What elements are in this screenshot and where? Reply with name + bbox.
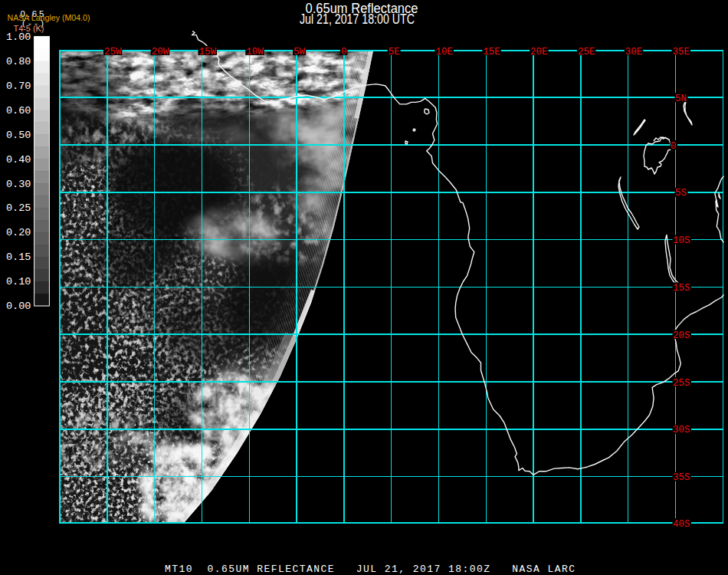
svg-text:0.00: 0.00 [6, 301, 31, 312]
svg-text:NASA Langley (M04.0): NASA Langley (M04.0) [8, 13, 90, 22]
svg-text:10E: 10E [436, 47, 454, 58]
svg-text:0.30: 0.30 [6, 179, 31, 190]
svg-text:5S: 5S [675, 188, 687, 199]
svg-text:0.60: 0.60 [6, 105, 31, 117]
svg-text:0.25: 0.25 [6, 202, 31, 214]
svg-text:1.00: 1.00 [6, 31, 31, 43]
svg-text:5E: 5E [389, 47, 400, 58]
svg-text:0.80: 0.80 [6, 56, 31, 67]
svg-text:25E: 25E [578, 47, 595, 58]
svg-text:15W: 15W [199, 47, 217, 58]
svg-text:10S: 10S [673, 235, 690, 246]
svg-text:30S: 30S [673, 425, 690, 435]
svg-text:5W: 5W [293, 47, 306, 58]
svg-text:30E: 30E [625, 47, 643, 58]
svg-text:35E: 35E [673, 47, 690, 58]
svg-text:20E: 20E [530, 47, 548, 58]
svg-text:0.70: 0.70 [6, 80, 31, 92]
svg-text:Jul 21, 2017 18:00 UTC: Jul 21, 2017 18:00 UTC [300, 12, 415, 27]
svg-text:0.50: 0.50 [6, 130, 31, 141]
svg-text:40S: 40S [673, 519, 690, 530]
svg-text:0.15: 0.15 [6, 251, 31, 263]
svg-text:25S: 25S [673, 378, 690, 389]
svg-text:0.40: 0.40 [6, 154, 31, 166]
svg-text:20W: 20W [152, 47, 169, 58]
svg-text:0.10: 0.10 [6, 276, 31, 288]
svg-text:T4-5 (K): T4-5 (K) [14, 24, 44, 33]
svg-text:5N: 5N [675, 94, 687, 104]
svg-text:15S: 15S [673, 283, 690, 294]
svg-text:0.20: 0.20 [6, 227, 31, 238]
svg-text:0: 0 [341, 47, 347, 58]
svg-text:20S: 20S [673, 330, 690, 341]
svg-text:0: 0 [671, 141, 677, 152]
svg-text:MT10 0.65UM REFLECTANCE JUL: MT10 0.65UM REFLECTANCE JUL 21, 2017 18:… [165, 564, 576, 575]
svg-text:35S: 35S [673, 472, 690, 483]
svg-text:15E: 15E [483, 47, 500, 58]
svg-text:10W: 10W [246, 47, 264, 58]
svg-text:25W: 25W [104, 47, 122, 58]
